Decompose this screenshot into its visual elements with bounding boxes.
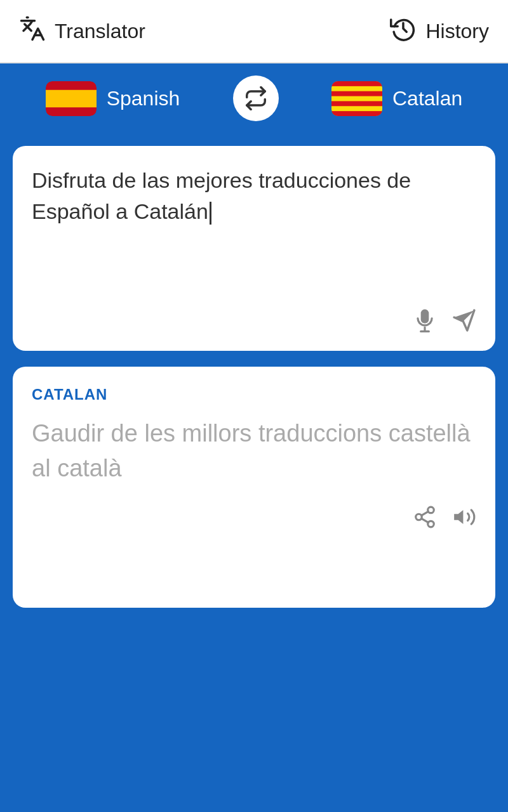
microphone-button[interactable] [413, 308, 437, 338]
output-card: CATALAN Gaudir de les millors traduccion… [13, 367, 495, 608]
svg-rect-6 [331, 111, 382, 116]
spanish-flag [46, 81, 97, 116]
output-text: Gaudir de les millors traduccions castel… [32, 416, 476, 486]
history-label: History [425, 20, 489, 43]
svg-line-15 [422, 511, 429, 515]
send-button[interactable] [452, 308, 476, 338]
svg-rect-5 [331, 101, 382, 106]
source-language-selector[interactable]: Spanish [46, 81, 180, 116]
input-actions [32, 302, 476, 338]
target-language-selector[interactable]: Catalan [331, 81, 462, 116]
swap-languages-button[interactable] [233, 75, 279, 121]
input-text[interactable]: Disfruta de las mejores traducciones de … [32, 165, 476, 292]
translate-icon [19, 15, 46, 47]
app-header: Translator History [0, 0, 508, 63]
speaker-button[interactable] [452, 505, 476, 535]
output-language-label: CATALAN [32, 386, 476, 403]
svg-rect-2 [331, 81, 382, 116]
history-nav[interactable]: History [390, 15, 489, 47]
target-language-label: Catalan [392, 87, 462, 110]
svg-rect-4 [331, 91, 382, 96]
text-cursor [210, 202, 211, 225]
svg-rect-3 [331, 81, 382, 86]
source-language-label: Spanish [107, 87, 180, 110]
input-card: Disfruta de las mejores traducciones de … [13, 146, 495, 351]
svg-marker-16 [454, 510, 463, 524]
history-icon [390, 15, 417, 47]
input-content: Disfruta de las mejores traducciones de … [32, 168, 411, 223]
catalan-flag [331, 81, 382, 116]
share-button[interactable] [413, 505, 437, 535]
language-bar: Spanish Catalan [0, 63, 508, 133]
svg-rect-1 [46, 89, 97, 107]
svg-line-14 [422, 519, 429, 523]
output-actions [32, 505, 476, 535]
translator-label: Translator [55, 20, 145, 43]
translator-nav[interactable]: Translator [19, 15, 145, 47]
